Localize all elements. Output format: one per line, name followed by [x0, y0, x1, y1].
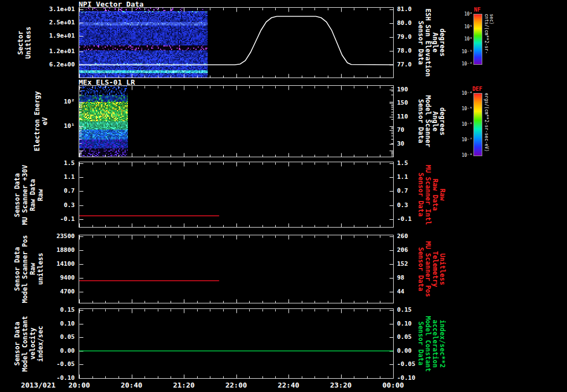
x-tick-label: 20:40 — [114, 381, 150, 389]
y-tick-label-right: 190 — [397, 86, 408, 93]
colorbar-DEF — [473, 93, 482, 156]
y-tick-label-right: 0.10 — [397, 320, 412, 327]
colorbar-tick-label: 10⁻⁵ — [455, 106, 472, 111]
colorbar-tick-label: 10⁰ — [455, 37, 472, 42]
y-tick-label-right: -0.05 — [397, 360, 415, 368]
y-axis-label-left-mu-scanner-30v-raw: Raw Raw Data MU Scanner +30V Sensor Data — [13, 164, 44, 224]
y-tick-label-right: 1.1 — [397, 173, 408, 180]
y-axis-label-right-mex-els-01-lr: Sensor Data Model Scanner Angle degrees — [417, 95, 446, 147]
y-tick-label-right: 152 — [397, 260, 408, 267]
y-tick-label-right: 44 — [397, 288, 404, 295]
colorbar-tick-label: 10² — [455, 12, 472, 17]
y-tick-label-left: 1.2e+01 — [0, 48, 75, 55]
plot-canvas-mex-els-01-lr — [79, 86, 393, 157]
x-tick-label: 23:20 — [323, 381, 359, 389]
colorbar-tick-label: 10⁻⁷ — [455, 137, 472, 142]
y-tick-label-right: 77.0 — [397, 61, 412, 68]
x-tick-label: 00:00 — [375, 381, 411, 389]
y-tick-label-right: 98 — [397, 274, 404, 281]
colorbar-tick-label: 10⁻¹ — [455, 49, 472, 54]
panel-model-scanner-pos-raw — [79, 235, 394, 303]
y-tick-label-right: -0.1 — [397, 215, 412, 223]
panel-model-constant-velocity — [79, 308, 394, 379]
y-tick-label-right: 78.0 — [397, 47, 412, 54]
plot-canvas-model-scanner-pos-raw — [79, 235, 393, 303]
colorbar-NF — [473, 14, 482, 65]
y-tick-label-right: 0.15 — [397, 306, 412, 313]
y-axis-label-right-npi-vector-data: Sensor Data ESH Sun Elevation Angle degr… — [417, 9, 446, 77]
y-axis-label-left-npi-vector-data: Unitless Sector — [17, 27, 32, 59]
y-tick-label-right: 30 — [397, 140, 404, 147]
y-axis-label-left-model-constant-velocity: index/sec velocity Model Constant Sensor… — [13, 316, 44, 372]
y-axis-label-right-mu-scanner-30v-raw: Sensor Data MU Scanner Intl Raw Data Raw — [417, 164, 446, 224]
y-tick-label-right: 70 — [397, 126, 404, 133]
y-tick-label-right: 79.0 — [397, 33, 412, 40]
plot-canvas-npi-vector-data — [79, 8, 393, 78]
y-tick-label-left: 0.15 — [0, 306, 75, 313]
y-tick-label-right: 150 — [397, 99, 408, 106]
panel-npi-vector-data — [79, 7, 394, 78]
x-tick-label: 21:20 — [166, 381, 202, 389]
plot-screen: NPI Vector Data MEx ELS-01 LR 2013/021 3… — [0, 0, 567, 392]
y-tick-label-right: 0.3 — [397, 202, 408, 209]
y-tick-label-right: 0.00 — [397, 347, 412, 354]
colorbar-tick-label: 10¹ — [455, 24, 472, 29]
y-tick-label-left: 6.2e+00 — [0, 61, 75, 68]
panel-mu-scanner-30v-raw — [79, 162, 394, 228]
colorbar-tick-label: 10⁻⁸ — [455, 153, 472, 158]
colorbar-tick-label: 10⁻⁶ — [455, 122, 472, 127]
y-tick-label-right: 1.5 — [397, 159, 408, 167]
y-tick-label-right: 206 — [397, 246, 408, 254]
x-axis-date-label: 2013/021 — [14, 381, 62, 389]
y-tick-label-right: 81.0 — [397, 6, 412, 13]
x-tick-label: 22:00 — [219, 381, 254, 389]
x-tick-label: 20:00 — [61, 381, 97, 389]
y-tick-label-left: 1.9e+01 — [0, 32, 75, 39]
y-tick-label-right: 0.7 — [397, 187, 408, 194]
plot-canvas-mu-scanner-30v-raw — [79, 162, 393, 227]
y-axis-label-right-model-constant-velocity: Sensor Data Model Constant acceleration … — [417, 316, 446, 372]
y-axis-label-left-model-scanner-pos-raw: unitless Raw Model Scanner Pos Sensor Da… — [13, 235, 44, 303]
x-tick-label: 22:40 — [271, 381, 306, 389]
y-tick-label-right: 110 — [397, 113, 408, 120]
colorbar-unit-DEF: ergs/(cm**2-sr-sec-eV) — [484, 93, 489, 155]
y-tick-label-right: 80.0 — [397, 19, 412, 27]
colorbar-tick-label: 10⁻⁴ — [455, 91, 472, 96]
panel-mex-els-01-lr — [79, 85, 394, 157]
y-tick-label-left: 3.1e+01 — [0, 6, 75, 13]
y-tick-label-left: 2.5e+01 — [0, 19, 75, 26]
y-axis-label-right-model-scanner-pos-raw: Sensor Data MU Scanner Pos Telemetry Uni… — [417, 241, 446, 297]
colorbar-tick-label: 10⁻² — [455, 61, 472, 66]
y-axis-label-left-mex-els-01-lr: eV Electron Energy — [33, 91, 49, 151]
colorbar-unit-NF: cnts/(cm**2-sr-sec) — [484, 14, 494, 64]
plot-canvas-model-constant-velocity — [79, 309, 393, 378]
y-tick-label-right: 260 — [397, 233, 408, 240]
y-tick-label-right: 0.05 — [397, 333, 412, 341]
